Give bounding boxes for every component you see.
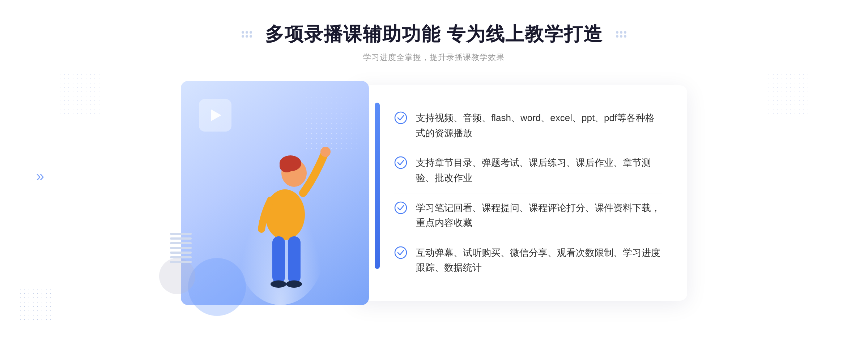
feature-item-3: 学习笔记回看、课程提问、课程评论打分、课件资料下载，重点内容收藏 [394, 193, 662, 238]
chevron-left-icon[interactable]: » [36, 169, 44, 183]
check-icon-4 [394, 246, 407, 259]
title-dots-left [242, 31, 252, 38]
svg-rect-5 [272, 236, 285, 283]
svg-point-13 [395, 247, 407, 258]
feature-item-4: 互动弹幕、试听购买、微信分享、观看次数限制、学习进度跟踪、数据统计 [394, 238, 662, 283]
svg-point-11 [395, 157, 407, 168]
check-icon-1 [394, 111, 407, 124]
svg-point-12 [395, 202, 407, 214]
title-wrapper: 多项录播课辅助功能 专为线上教学打造 [242, 22, 626, 47]
page-header: 多项录播课辅助功能 专为线上教学打造 学习进度全掌握，提升录播课教学效果 [242, 22, 626, 63]
svg-point-7 [271, 280, 286, 288]
svg-point-8 [286, 280, 302, 288]
feature-text-2: 支持章节目录、弹题考试、课后练习、课后作业、章节测验、批改作业 [416, 155, 662, 185]
play-icon [199, 99, 231, 132]
stripe-deco [170, 233, 192, 262]
check-icon-3 [394, 201, 407, 214]
circle-gray [159, 258, 195, 294]
feature-item-2: 支持章节目录、弹题考试、课后练习、课后作业、章节测验、批改作业 [394, 148, 662, 193]
page-title: 多项录播课辅助功能 专为线上教学打造 [265, 22, 603, 47]
feature-text-1: 支持视频、音频、flash、word、excel、ppt、pdf等各种格式的资源… [416, 111, 662, 141]
main-content: 支持视频、音频、flash、word、excel、ppt、pdf等各种格式的资源… [181, 81, 687, 305]
content-panel: 支持视频、音频、flash、word、excel、ppt、pdf等各种格式的资源… [354, 85, 687, 301]
dots-decoration-left [58, 72, 101, 116]
blue-bar-deco [375, 103, 380, 269]
feature-text-4: 互动弹幕、试听购买、微信分享、观看次数限制、学习进度跟踪、数据统计 [416, 245, 662, 275]
feature-item-1: 支持视频、音频、flash、word、excel、ppt、pdf等各种格式的资源… [394, 103, 662, 148]
feature-text-3: 学习笔记回看、课程提问、课程评论打分、课件资料下载，重点内容收藏 [416, 201, 662, 231]
svg-point-10 [395, 112, 407, 124]
svg-rect-6 [288, 236, 301, 283]
page-deco-bottom-left [18, 287, 54, 323]
dots-decoration-right [767, 72, 810, 116]
page-container: » 多项录播课辅助功能 专为线上教学打造 学习进度全掌握，提升录播课教学效果 [0, 0, 868, 352]
svg-point-3 [280, 159, 294, 172]
illustration-panel [181, 81, 369, 305]
person-illustration [234, 117, 336, 305]
title-dots-right [616, 31, 626, 38]
check-icon-2 [394, 156, 407, 169]
page-subtitle: 学习进度全掌握，提升录播课教学效果 [242, 52, 626, 63]
